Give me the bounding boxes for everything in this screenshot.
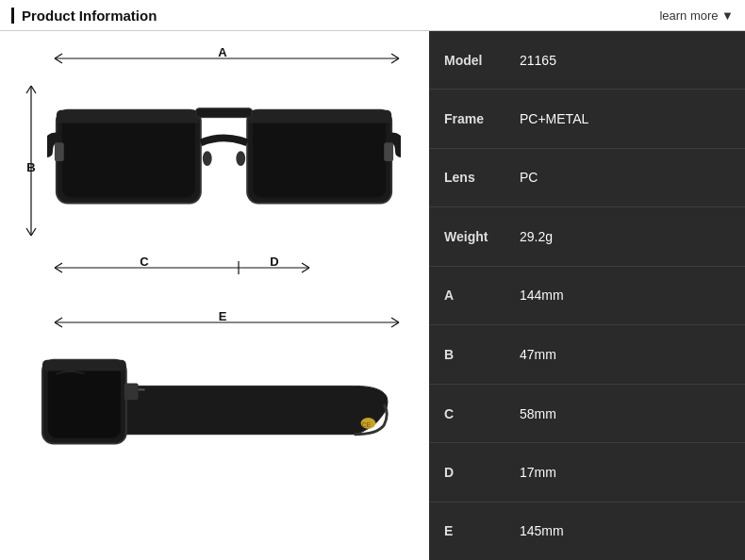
svg-text:A: A bbox=[218, 48, 227, 59]
spec-row: B 47mm bbox=[429, 325, 745, 385]
spec-row: Weight 29.2g bbox=[429, 207, 745, 267]
svg-rect-19 bbox=[384, 142, 393, 161]
spec-value: 58mm bbox=[505, 384, 745, 443]
svg-line-2 bbox=[55, 58, 62, 63]
page-title: Product Information bbox=[11, 8, 157, 24]
measure-a-arrow: A bbox=[45, 48, 408, 69]
spec-row: E 145mm bbox=[429, 502, 745, 560]
spec-label: B bbox=[429, 325, 505, 385]
spec-row: Lens PC bbox=[429, 148, 745, 207]
svg-rect-22 bbox=[196, 107, 252, 117]
spec-value: 145mm bbox=[505, 502, 745, 560]
side-view-diagram: E bbox=[19, 305, 410, 512]
svg-line-1 bbox=[55, 54, 62, 58]
spec-row: Frame PC+METAL bbox=[429, 90, 745, 149]
svg-line-4 bbox=[391, 58, 399, 63]
spec-row: Model 21165 bbox=[429, 31, 745, 90]
spec-label: Lens bbox=[429, 148, 505, 207]
svg-line-10 bbox=[31, 228, 36, 236]
spec-value: 21165 bbox=[505, 31, 745, 90]
spec-value: PC bbox=[505, 148, 745, 207]
learn-more-link[interactable]: learn more ▼ bbox=[659, 8, 734, 23]
svg-text:B: B bbox=[26, 160, 35, 174]
header: Product Information learn more ▼ bbox=[0, 0, 745, 31]
svg-line-36 bbox=[391, 322, 399, 327]
spec-label: A bbox=[429, 266, 505, 325]
specs-panel: Model 21165 Frame PC+METAL Lens PC Weigh… bbox=[429, 31, 745, 560]
svg-text:E: E bbox=[219, 312, 227, 323]
svg-line-7 bbox=[26, 86, 31, 93]
spec-value: PC+METAL bbox=[505, 90, 745, 149]
svg-line-33 bbox=[55, 318, 62, 322]
diagram-panel: A B bbox=[0, 31, 429, 560]
svg-line-24 bbox=[55, 263, 62, 268]
svg-line-30 bbox=[302, 268, 309, 272]
spec-row: A 144mm bbox=[429, 266, 745, 325]
svg-point-21 bbox=[236, 151, 245, 166]
svg-line-9 bbox=[26, 228, 31, 236]
svg-rect-18 bbox=[55, 142, 64, 161]
svg-line-34 bbox=[55, 322, 62, 327]
spec-label: Model bbox=[429, 31, 505, 90]
spec-value: 17mm bbox=[505, 443, 745, 502]
svg-rect-17 bbox=[247, 109, 391, 123]
glasses-side-image: CE bbox=[38, 333, 401, 493]
svg-rect-41 bbox=[124, 383, 139, 400]
svg-text:C: C bbox=[140, 257, 149, 269]
svg-rect-16 bbox=[57, 109, 201, 123]
spec-value: 47mm bbox=[505, 325, 745, 385]
measure-cd-arrow: C D bbox=[45, 257, 408, 278]
spec-label: E bbox=[429, 502, 505, 560]
svg-rect-13 bbox=[62, 115, 195, 197]
svg-text:D: D bbox=[270, 257, 278, 269]
measure-e-arrow: E bbox=[45, 312, 408, 333]
svg-rect-15 bbox=[253, 115, 386, 197]
svg-rect-39 bbox=[48, 365, 121, 437]
specs-table: Model 21165 Frame PC+METAL Lens PC Weigh… bbox=[429, 31, 745, 560]
svg-text:CE: CE bbox=[362, 420, 372, 427]
spec-value: 144mm bbox=[505, 266, 745, 325]
spec-label: Weight bbox=[429, 207, 505, 267]
spec-value: 29.2g bbox=[505, 207, 745, 267]
svg-rect-40 bbox=[42, 359, 126, 371]
front-view-diagram: A B bbox=[19, 41, 410, 295]
svg-point-20 bbox=[203, 151, 212, 166]
svg-line-3 bbox=[391, 54, 399, 58]
svg-line-25 bbox=[55, 268, 62, 272]
svg-line-8 bbox=[31, 86, 36, 93]
spec-row: D 17mm bbox=[429, 443, 745, 502]
spec-label: Frame bbox=[429, 90, 505, 149]
svg-line-35 bbox=[391, 318, 399, 322]
spec-row: C 58mm bbox=[429, 384, 745, 443]
svg-line-29 bbox=[302, 263, 309, 268]
spec-label: C bbox=[429, 384, 505, 443]
spec-label: D bbox=[429, 443, 505, 502]
main-content: A B bbox=[0, 31, 745, 560]
measure-b-arrow: B bbox=[21, 78, 41, 243]
glasses-front-image bbox=[47, 78, 401, 248]
